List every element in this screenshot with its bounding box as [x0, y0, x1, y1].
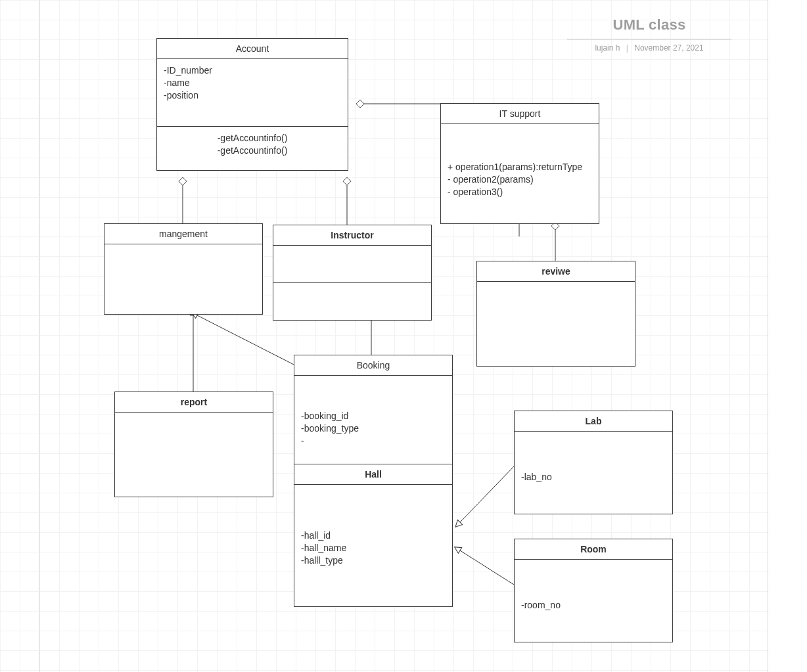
- class-lab[interactable]: Lab -lab_no: [514, 411, 673, 514]
- body: [115, 413, 273, 497]
- class-name: report: [115, 392, 273, 413]
- spacer: [515, 560, 672, 599]
- attr: -room_no: [521, 599, 666, 612]
- op: - operation2(params): [448, 173, 592, 186]
- diagram-title: UML class lujain h | November 27, 2021: [564, 16, 735, 53]
- class-name: Room: [515, 539, 672, 560]
- spacer: [294, 376, 452, 405]
- methods: -getAccountinfo() -getAccountinfo(): [157, 127, 348, 170]
- class-name: Hall: [294, 464, 452, 485]
- attr: -booking_id: [301, 410, 446, 422]
- attr: -booking_type: [301, 422, 446, 435]
- body: [104, 244, 262, 314]
- attributes: -hall_id -hall_name -halll_type: [294, 524, 452, 606]
- title-rule: [567, 39, 731, 39]
- attr: -lab_no: [521, 471, 666, 483]
- body: [477, 282, 635, 366]
- attr: -ID_number: [164, 64, 341, 77]
- attributes: -booking_id -booking_type -: [294, 405, 452, 470]
- methods: [273, 283, 431, 320]
- class-name: IT support: [441, 104, 599, 124]
- op: - operation3(): [448, 186, 592, 198]
- attr: -hall_name: [301, 542, 446, 554]
- class-name: Account: [157, 39, 348, 59]
- method: -getAccountinfo(): [164, 145, 341, 157]
- class-review[interactable]: reviwe: [476, 261, 635, 367]
- title-meta: lujain h | November 27, 2021: [564, 43, 735, 53]
- attributes: -room_no: [515, 599, 672, 642]
- class-booking[interactable]: Booking -booking_id -booking_type -: [294, 355, 453, 470]
- op: + operation1(params):returnType: [448, 161, 592, 173]
- spacer: [441, 124, 599, 161]
- class-name: Booking: [294, 355, 452, 376]
- class-instructor[interactable]: Instructor: [273, 225, 432, 321]
- class-hall[interactable]: Hall -hall_id -hall_name -halll_type: [294, 464, 453, 607]
- class-room[interactable]: Room -room_no: [514, 539, 673, 642]
- attr: -name: [164, 77, 341, 89]
- class-name: Lab: [515, 411, 672, 432]
- attr: -hall_id: [301, 529, 446, 542]
- attr: -: [301, 435, 446, 447]
- method: -getAccountinfo(): [164, 132, 341, 145]
- author: lujain h: [595, 43, 620, 53]
- class-name: mangement: [104, 224, 262, 244]
- attributes: -lab_no: [515, 471, 672, 514]
- meta-separator: |: [626, 43, 628, 53]
- attr: -halll_type: [301, 554, 446, 567]
- class-it-support[interactable]: IT support + operation1(params):returnTy…: [440, 103, 599, 224]
- class-management[interactable]: mangement: [104, 223, 263, 315]
- spacer: [294, 485, 452, 524]
- class-account[interactable]: Account -ID_number -name -position -getA…: [156, 38, 348, 171]
- class-name: Instructor: [273, 225, 431, 246]
- attributes: [273, 246, 431, 283]
- date: November 27, 2021: [634, 43, 703, 53]
- operations: + operation1(params):returnType - operat…: [441, 161, 599, 223]
- attr: -position: [164, 89, 341, 102]
- attributes: -ID_number -name -position: [157, 59, 348, 127]
- title-text: UML class: [564, 16, 735, 34]
- class-report[interactable]: report: [114, 392, 273, 497]
- canvas: UML class lujain h | November 27, 2021 A…: [0, 0, 807, 672]
- spacer: [515, 432, 672, 471]
- class-name: reviwe: [477, 261, 635, 282]
